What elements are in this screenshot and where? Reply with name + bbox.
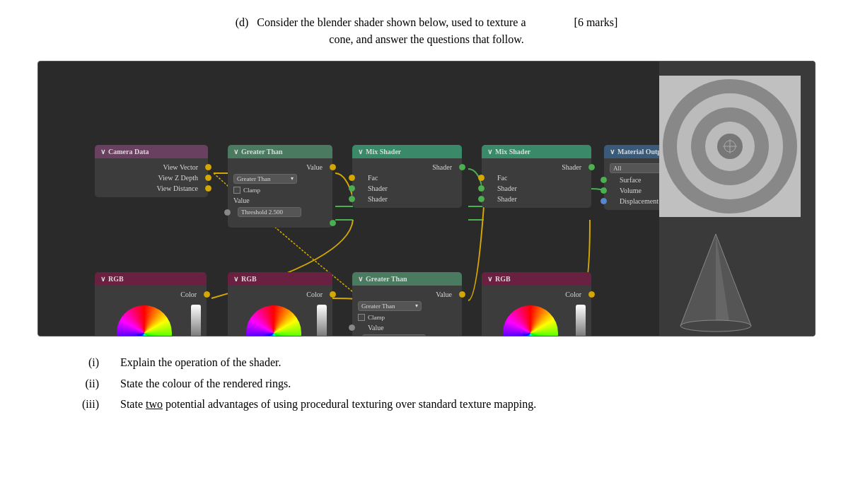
sub-question-ii: (ii) State the colour of the rendered ri… xyxy=(71,375,825,393)
question-header: (d) Consider the blender shader shown be… xyxy=(28,14,825,48)
gt1-value-socket xyxy=(224,209,231,216)
gt1-value-label-row: Value xyxy=(228,195,332,206)
rgb-green-wheel xyxy=(117,305,172,336)
sub-question-iii: (iii) State two potential advantages of … xyxy=(71,395,825,414)
rgb-green-color-out: Color xyxy=(95,289,207,300)
ms2-shader-out xyxy=(588,164,595,170)
sub-questions-section: (i) Explain the operation of the shader.… xyxy=(28,353,825,414)
view-z-socket xyxy=(205,175,211,181)
ms1-s1-socket xyxy=(349,185,355,192)
gt1-threshold-row: Threshold 2.500 xyxy=(228,206,332,218)
gt2-value-in-row: Value xyxy=(352,289,462,300)
gt2-value-in-socket xyxy=(459,291,465,298)
ms2-fac-socket xyxy=(478,175,484,181)
greater-than-2-body: Value Greater Than ▾ Clamp Value Th xyxy=(352,286,462,336)
ms2-shader-out-row: Shader xyxy=(482,162,591,172)
gt2-value-socket xyxy=(349,324,355,331)
gt1-clamp-row: Clamp xyxy=(228,185,332,195)
gt1-dropdown-row: Greater Than ▾ xyxy=(228,172,332,185)
rgb-blue-body: Color Blue xyxy=(482,286,591,336)
view-vector-row: View Vector xyxy=(95,162,208,172)
sub-text-ii: State the colour of the rendered rings. xyxy=(120,375,825,393)
sub-label-ii: (ii) xyxy=(71,375,99,393)
rgb-green-wheel-area xyxy=(95,300,207,336)
mix-shader-1-node: ∨ Mix Shader Shader Fac Shader Shader xyxy=(352,145,462,208)
camera-data-node: ∨ Camera Data View Vector View Z Depth V… xyxy=(95,145,208,197)
question-label: (d) xyxy=(236,16,249,28)
rgb-blue-strip xyxy=(576,305,586,336)
rgb-blue-header: ∨ RGB xyxy=(482,272,591,286)
rgb-green-out-socket xyxy=(204,291,210,298)
svg-point-12 xyxy=(680,320,751,332)
mix-shader-1-body: Shader Fac Shader Shader xyxy=(352,158,462,208)
sub-label-i: (i) xyxy=(71,353,99,372)
cone-svg-preview xyxy=(659,227,772,336)
mo-displacement-socket xyxy=(600,198,607,204)
rgb-red-header: ∨ RGB xyxy=(228,272,332,286)
rgb-green-node: ∨ RGB Color Green xyxy=(95,272,207,336)
sub-text-iii: State two potential advantages of using … xyxy=(120,395,825,414)
mo-surface-socket xyxy=(600,177,607,183)
gt1-clamp-checkbox[interactable] xyxy=(233,187,240,194)
gt2-dropdown-row: Greater Than ▾ xyxy=(352,300,462,312)
rgb-red-color-out: Color xyxy=(228,289,332,300)
rgb-blue-out-socket xyxy=(588,291,595,298)
shader-diagram: ∨ Camera Data View Vector View Z Depth V… xyxy=(37,61,816,336)
gt2-dropdown[interactable]: Greater Than ▾ xyxy=(358,301,422,311)
preview-area xyxy=(659,61,815,336)
camera-data-body: View Vector View Z Depth View Distance xyxy=(95,158,208,197)
view-z-depth-row: View Z Depth xyxy=(95,172,208,183)
rgb-red-wheel xyxy=(246,305,301,336)
question-body-text: Consider the blender shader shown below,… xyxy=(257,16,617,28)
gt1-out-row xyxy=(228,221,332,224)
marks-label: [6 marks] xyxy=(574,16,618,28)
ms1-s1-row: Shader xyxy=(352,183,462,194)
rgb-red-wheel-area xyxy=(228,300,332,336)
mix-shader-2-header: ∨ Mix Shader xyxy=(482,145,591,158)
mix-shader-2-body: Shader Fac Shader Shader xyxy=(482,158,591,208)
question-continuation: cone, and answer the questions that foll… xyxy=(329,33,523,45)
mix-shader-2-node: ∨ Mix Shader Shader Fac Shader Shader xyxy=(482,145,591,208)
ms2-s2-socket xyxy=(478,196,484,202)
gt1-threshold-btn[interactable]: Threshold 2.500 xyxy=(238,207,301,217)
gt2-clamp-checkbox[interactable] xyxy=(358,314,365,321)
gt1-value-in-row: Value xyxy=(228,162,332,172)
rgb-blue-node: ∨ RGB Color Blue xyxy=(482,272,591,336)
gt2-threshold-socket xyxy=(349,336,355,337)
gt2-threshold-btn[interactable]: Threshold 2.550 xyxy=(362,334,426,336)
rings-svg-preview xyxy=(659,76,801,217)
rgb-green-header: ∨ RGB xyxy=(95,272,207,286)
greater-than-node-1: ∨ Greater Than Value Greater Than ▾ Clam… xyxy=(228,145,332,228)
rgb-green-strip xyxy=(191,305,201,336)
sub-label-iii: (iii) xyxy=(71,395,99,414)
rgb-red-strip xyxy=(317,305,327,336)
view-vector-socket xyxy=(205,164,211,170)
rgb-blue-wheel xyxy=(503,305,558,336)
ms1-fac-row: Fac xyxy=(352,172,462,183)
rgb-green-body: Color Green xyxy=(95,286,207,336)
gt2-threshold-row: Threshold 2.550 xyxy=(352,333,462,336)
gt1-dropdown[interactable]: Greater Than ▾ xyxy=(233,174,297,184)
underline-two: two xyxy=(146,398,163,410)
ms2-fac-row: Fac xyxy=(482,172,591,183)
mix-shader-1-header: ∨ Mix Shader xyxy=(352,145,462,158)
rgb-red-body: Color Red xyxy=(228,286,332,336)
ms1-fac-socket xyxy=(349,175,355,181)
gt2-clamp-row: Clamp xyxy=(352,312,462,322)
gt1-value-in-socket xyxy=(330,164,336,170)
ms2-s1-row: Shader xyxy=(482,183,591,194)
greater-than-2-header: ∨ Greater Than xyxy=(352,272,462,286)
greater-than-1-body: Value Greater Than ▾ Clamp Value Thresho… xyxy=(228,158,332,228)
camera-data-header: ∨ Camera Data xyxy=(95,145,208,158)
ms1-s2-socket xyxy=(349,196,355,202)
rgb-red-out-socket xyxy=(330,291,336,298)
sub-question-i: (i) Explain the operation of the shader. xyxy=(71,353,825,372)
ms2-s2-row: Shader xyxy=(482,194,591,204)
greater-than-node-2: ∨ Greater Than Value Greater Than ▾ Clam… xyxy=(352,272,462,336)
greater-than-1-header: ∨ Greater Than xyxy=(228,145,332,158)
rgb-blue-wheel-area xyxy=(482,300,591,336)
rgb-blue-color-out: Color xyxy=(482,289,591,300)
rgb-red-node: ∨ RGB Color Red xyxy=(228,272,332,336)
ms1-s2-row: Shader xyxy=(352,194,462,204)
view-distance-row: View Distance xyxy=(95,183,208,194)
